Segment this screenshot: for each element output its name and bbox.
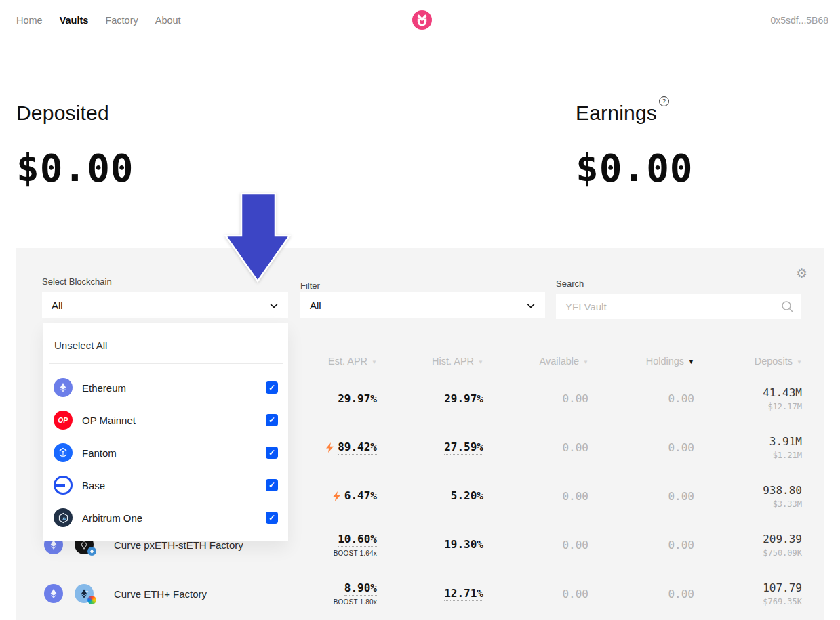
boost-label: BOOST 1.64x: [334, 550, 377, 557]
unselect-all-button[interactable]: Unselect All: [43, 323, 288, 351]
search-icon: [781, 300, 794, 316]
yearn-vaults-page: Home Vaults Factory About 0x5sdf...5B68 …: [0, 0, 840, 620]
sort-arrow-icon: ▼: [583, 359, 588, 365]
est-apr-value: 29.97%: [338, 392, 377, 405]
available-value: 0.00: [562, 392, 588, 405]
svg-text:+: +: [86, 589, 89, 593]
search-field-label: Search: [556, 278, 584, 289]
op-mainnet-checkbox[interactable]: ✓: [266, 414, 278, 426]
earnings-help-icon[interactable]: ?: [659, 96, 669, 106]
blockchain-select[interactable]: All: [42, 292, 288, 318]
search-input[interactable]: [556, 294, 801, 319]
holdings-value: 0.00: [668, 392, 694, 405]
base-checkbox[interactable]: ✓: [266, 479, 278, 491]
dropdown-option-op-mainnet[interactable]: OP OP Mainnet ✓: [43, 404, 288, 436]
nav-item-about[interactable]: About: [155, 15, 181, 26]
column-hist-apr[interactable]: Hist. APR▼: [377, 356, 483, 367]
deposits-usd-value: $3.33M: [773, 499, 802, 509]
rainbow-badge-icon: [87, 596, 96, 604]
dropdown-option-base[interactable]: Base ✓: [43, 469, 288, 501]
deposited-label: Deposited: [16, 102, 134, 125]
hist-apr-value: 19.30%: [444, 538, 483, 552]
column-holdings[interactable]: Holdings▼: [588, 356, 694, 367]
wallet-address[interactable]: 0x5sdf...5B68: [770, 15, 828, 26]
deposits-usd-value: $769.35K: [763, 597, 802, 606]
deposits-value: 209.39: [763, 533, 802, 545]
column-available[interactable]: Available▼: [483, 356, 588, 367]
deposited-summary: Deposited $0.00: [16, 102, 134, 190]
available-value: 0.00: [562, 539, 588, 552]
filter-field-label: Filter: [300, 281, 320, 291]
earnings-label: Earnings?: [576, 102, 694, 125]
table-row[interactable]: + Curve ETH+ Factory 8.90% BOOST 1.80x 1…: [16, 569, 824, 618]
available-value: 0.00: [562, 490, 588, 503]
est-apr-value: 6.47%: [344, 489, 377, 503]
dropdown-option-ethereum[interactable]: Ethereum ✓: [43, 371, 288, 404]
ethereum-checkbox[interactable]: ✓: [266, 381, 278, 394]
deposits-value: 3.91M: [769, 435, 802, 448]
ethplus-token-icon: +: [75, 584, 94, 603]
est-apr-value: 89.42%: [338, 440, 377, 455]
chevron-down-icon: [525, 300, 536, 314]
fantom-icon: [54, 443, 73, 462]
earnings-summary: Earnings? $0.00: [576, 102, 694, 190]
yearn-logo-icon[interactable]: [412, 10, 432, 30]
sort-arrow-icon: ▼: [688, 358, 694, 365]
ethereum-icon: [54, 378, 73, 397]
base-icon: [54, 476, 73, 495]
arbitrum-icon: [54, 508, 73, 527]
sort-arrow-icon: ▼: [797, 359, 802, 365]
blockchain-dropdown: Unselect All Ethereum ✓ OP OP Mainnet ✓: [43, 323, 288, 541]
text-cursor: [64, 299, 65, 312]
top-nav: Home Vaults Factory About 0x5sdf...5B68: [0, 0, 840, 39]
holdings-value: 0.00: [668, 490, 694, 503]
sort-arrow-icon: ▼: [372, 359, 377, 365]
nav-item-vaults[interactable]: Vaults: [60, 15, 89, 26]
est-apr-value: 10.60%: [338, 533, 377, 547]
vault-name: Curve ETH+ Factory: [114, 588, 207, 600]
dropdown-divider: [49, 363, 283, 364]
available-value: 0.00: [562, 441, 588, 454]
boost-label: BOOST 1.80x: [334, 598, 377, 606]
sort-arrow-icon: ▼: [478, 359, 483, 365]
earnings-value: $0.00: [576, 146, 694, 190]
available-value: 0.00: [562, 587, 588, 600]
holdings-value: 0.00: [668, 539, 694, 552]
search-box: [556, 294, 801, 319]
holdings-value: 0.00: [668, 587, 694, 600]
filter-select[interactable]: All: [300, 292, 545, 318]
deposits-usd-value: $12.17M: [767, 402, 802, 411]
filter-select-value: All: [310, 299, 321, 311]
dropdown-option-fantom[interactable]: Fantom ✓: [43, 436, 288, 469]
deposits-value: 938.80: [763, 484, 802, 497]
blockchain-field-label: Select Blockchain: [42, 276, 112, 287]
hist-apr-value: 5.20%: [451, 489, 483, 503]
deposits-usd-value: $750.09K: [763, 548, 802, 558]
vaults-panel: ⚙ Select Blockchain All Filter All Searc…: [16, 248, 824, 620]
settings-gear-icon[interactable]: ⚙: [796, 266, 807, 281]
boost-bolt-icon: [333, 491, 340, 501]
nav-links: Home Vaults Factory About: [16, 15, 181, 26]
dropdown-option-arbitrum-one[interactable]: Arbitrum One ✓: [43, 501, 288, 534]
holdings-value: 0.00: [668, 441, 694, 454]
deposits-value: 41.43M: [763, 386, 802, 399]
ethereum-chain-icon: [44, 584, 63, 603]
chevron-down-icon: [268, 300, 279, 314]
hist-apr-value: 29.97%: [444, 392, 483, 405]
est-apr-value: 8.90%: [344, 581, 377, 596]
nav-item-home[interactable]: Home: [16, 15, 43, 26]
column-deposits[interactable]: Deposits▼: [694, 356, 802, 367]
deposits-value: 107.79: [763, 581, 802, 594]
hist-apr-value: 12.71%: [444, 587, 483, 601]
steth-badge-icon: [87, 547, 96, 556]
boost-bolt-icon: [326, 442, 334, 453]
nav-item-factory[interactable]: Factory: [105, 15, 138, 26]
op-mainnet-icon: OP: [54, 411, 73, 430]
arbitrum-one-checkbox[interactable]: ✓: [266, 512, 278, 524]
blockchain-select-value: All: [52, 299, 63, 311]
deposited-value: $0.00: [16, 146, 134, 190]
deposits-usd-value: $1.21M: [773, 451, 802, 460]
hist-apr-value: 27.59%: [444, 440, 483, 455]
fantom-checkbox[interactable]: ✓: [266, 447, 278, 459]
